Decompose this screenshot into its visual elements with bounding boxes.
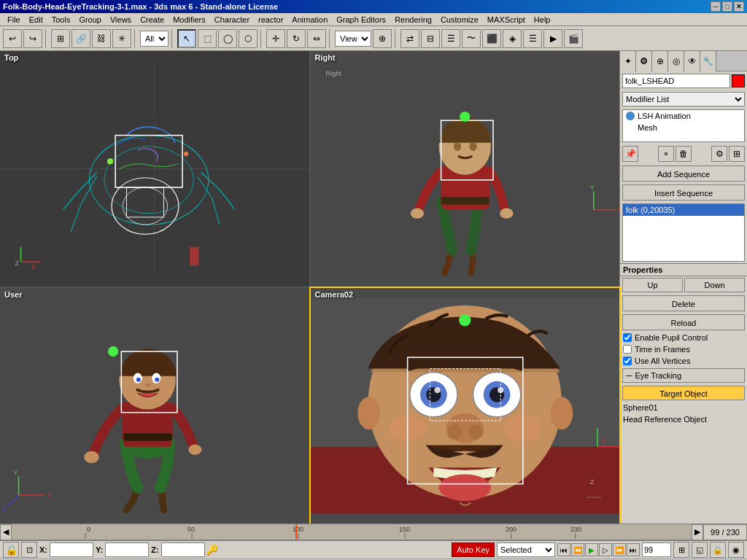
rotate-button[interactable]: ↻: [287, 29, 306, 48]
menu-modifiers[interactable]: Modifiers: [169, 15, 210, 25]
timeline-scroll-left[interactable]: ◀: [0, 524, 12, 540]
angle-snap-button[interactable]: ⊡: [21, 542, 37, 558]
object-color-swatch[interactable]: [732, 74, 745, 88]
coordinate-system-dropdown[interactable]: View: [335, 31, 371, 47]
render-button[interactable]: 🎬: [564, 29, 583, 48]
menu-graph-editors[interactable]: Graph Editors: [332, 15, 390, 25]
pivot-button[interactable]: ⊕: [373, 29, 392, 48]
current-frame-input[interactable]: [642, 542, 671, 557]
up-button[interactable]: Up: [622, 278, 683, 292]
insert-sequence-button[interactable]: Insert Sequence: [622, 184, 745, 201]
timeline-scroll-right[interactable]: ▶: [692, 524, 703, 540]
close-button[interactable]: ✕: [734, 1, 744, 12]
maximize-button[interactable]: □: [722, 1, 732, 12]
next-frame-button[interactable]: ⏩: [613, 543, 626, 556]
target-object-button[interactable]: Target Object: [622, 386, 745, 400]
menu-group[interactable]: Group: [74, 15, 106, 25]
select-circle-button[interactable]: ◯: [218, 29, 237, 48]
select-cursor-button[interactable]: ↖: [177, 29, 196, 48]
select-region-button[interactable]: ⬚: [198, 29, 217, 48]
minimize-button[interactable]: ─: [711, 1, 721, 12]
x-input[interactable]: [50, 542, 93, 557]
viewport-user[interactable]: User: [0, 288, 309, 524]
curve-editor-button[interactable]: 〜: [462, 29, 481, 48]
hierarchy-tab[interactable]: ⊕: [652, 51, 668, 71]
menu-reactor[interactable]: reactor: [254, 15, 287, 25]
pin-stack-button[interactable]: 📌: [622, 146, 638, 162]
menu-customize[interactable]: Customize: [436, 15, 483, 25]
play-button[interactable]: ▶: [585, 543, 598, 556]
modifier-lsh[interactable]: LSH Animation: [623, 110, 744, 122]
quick-render-button[interactable]: ▶: [543, 29, 562, 48]
use-all-vertices-checkbox[interactable]: [623, 357, 632, 365]
menu-tools[interactable]: Tools: [47, 15, 75, 25]
menu-help[interactable]: Help: [530, 15, 555, 25]
bind-to-spacewarp[interactable]: ✳: [112, 29, 131, 48]
svg-text:200: 200: [506, 526, 516, 533]
modifier-list-dropdown[interactable]: Modifier List: [622, 92, 745, 106]
reload-button[interactable]: Reload: [622, 314, 745, 330]
make-unique-button[interactable]: ⚬: [658, 146, 674, 162]
go-to-start-button[interactable]: ⏮: [557, 543, 570, 556]
select-filter-button[interactable]: ⊞: [51, 29, 70, 48]
menu-animation[interactable]: Animation: [287, 15, 332, 25]
layer-button[interactable]: ☰: [441, 29, 460, 48]
selected-dropdown[interactable]: Selected: [497, 542, 555, 557]
menu-rendering[interactable]: Rendering: [390, 15, 436, 25]
go-to-end-button[interactable]: ⏭: [627, 543, 640, 556]
auto-key-button[interactable]: Auto Key: [452, 542, 495, 557]
lock-button[interactable]: 🔒: [710, 542, 726, 558]
play-selected-button[interactable]: ▷: [599, 543, 612, 556]
redo-button[interactable]: ↪: [23, 29, 42, 48]
show-all-button[interactable]: ⊞: [729, 146, 745, 162]
time-in-frames-checkbox[interactable]: [623, 345, 632, 354]
remove-modifier-button[interactable]: 🗑: [676, 146, 692, 162]
menu-maxscript[interactable]: MAXScript: [483, 15, 530, 25]
viewport-camera[interactable]: Camera02: [311, 288, 620, 524]
material-editor-button[interactable]: ◈: [503, 29, 522, 48]
viewport-top[interactable]: Top: [0, 51, 309, 287]
render-setup-button[interactable]: ☰: [523, 29, 542, 48]
delete-button[interactable]: Delete: [622, 295, 745, 311]
z-input[interactable]: [161, 542, 205, 557]
eye-tracking-header[interactable]: ─ Eye Tracking: [622, 368, 745, 383]
viewport-right[interactable]: Right: [311, 51, 620, 287]
snap-toggle-button[interactable]: 🔒: [3, 542, 19, 558]
menu-character[interactable]: Character: [210, 15, 254, 25]
menu-views[interactable]: Views: [106, 15, 136, 25]
menu-create[interactable]: Create: [136, 15, 169, 25]
down-button[interactable]: Down: [684, 278, 745, 292]
sequence-item-folk[interactable]: folk (0,20035): [623, 204, 744, 216]
mirror-button[interactable]: ⇄: [400, 29, 419, 48]
select-fence-button[interactable]: ⬡: [239, 29, 258, 48]
svg-point-63: [357, 397, 380, 429]
align-button[interactable]: ⊟: [421, 29, 440, 48]
unlink-button[interactable]: ⛓: [92, 29, 111, 48]
menu-edit[interactable]: Edit: [25, 15, 47, 25]
configure-button[interactable]: ⚙: [711, 146, 727, 162]
create-tab[interactable]: ✦: [620, 51, 636, 71]
viewport-toggle-button[interactable]: ◱: [692, 542, 708, 558]
enable-pupil-checkbox[interactable]: [623, 333, 632, 342]
timeline-inner[interactable]: 0 50 100 150 200 230: [12, 524, 692, 540]
motion-tab[interactable]: ◎: [668, 51, 684, 71]
modifier-mesh[interactable]: Mesh: [623, 122, 744, 133]
modifier-mesh-label: Mesh: [638, 123, 657, 132]
move-button[interactable]: ✛: [266, 29, 285, 48]
environment-button[interactable]: ◉: [728, 542, 744, 558]
object-name-input[interactable]: [622, 74, 730, 88]
add-sequence-button[interactable]: Add Sequence: [622, 166, 745, 182]
menu-file[interactable]: File: [3, 15, 25, 25]
modify-tab active[interactable]: ⚙: [636, 51, 652, 71]
link-button[interactable]: 🔗: [71, 29, 90, 48]
utilities-tab[interactable]: 🔧: [700, 51, 716, 71]
prev-frame-button[interactable]: ⏪: [571, 543, 584, 556]
undo-button[interactable]: ↩: [3, 29, 22, 48]
viewport-config-button[interactable]: ⊞: [673, 542, 689, 558]
display-tab[interactable]: 👁: [684, 51, 700, 71]
selection-filter-dropdown[interactable]: All: [140, 31, 169, 47]
y-input[interactable]: [105, 542, 149, 557]
command-panel-tabs: ✦ ⚙ ⊕ ◎ 👁 🔧: [620, 51, 747, 71]
schematic-button[interactable]: ⬛: [482, 29, 501, 48]
scale-button[interactable]: ⇔: [307, 29, 326, 48]
